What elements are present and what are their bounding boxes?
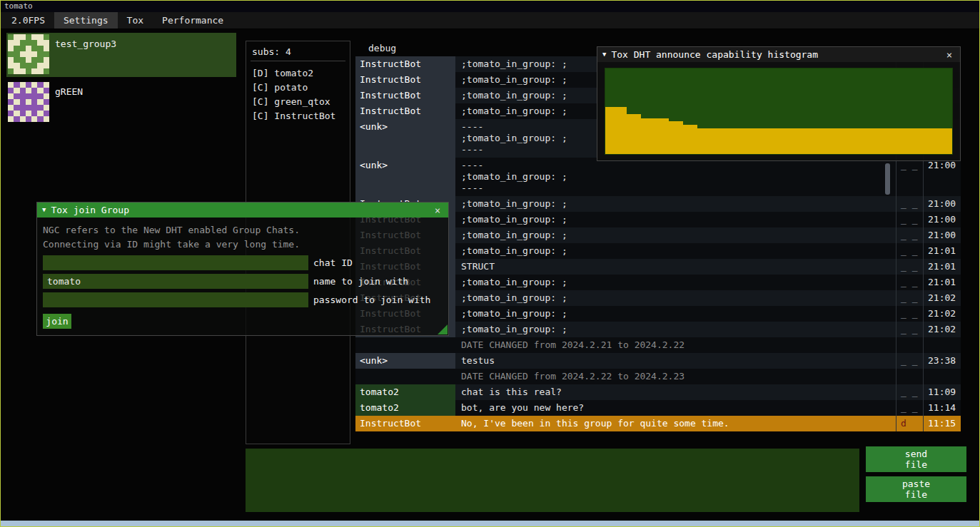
join-group-titlebar[interactable]: ▼ Tox join Group × [37,203,448,218]
menu-item-tox[interactable]: Tox [118,12,153,29]
group-avatar-green [8,82,49,122]
histogram-bar [655,118,662,154]
join-button[interactable]: join [43,314,71,329]
chat-header[interactable]: debug [368,43,396,53]
histogram-plot [605,68,953,155]
chat-message-row[interactable]: <unk>testus_ _23:38 [355,353,961,369]
histogram-bar [832,128,839,154]
histogram-bar [811,128,818,154]
chat-flags: _ _ [896,243,923,259]
send-file-button[interactable]: send file [866,446,966,472]
chat-message-text: ;tomato_in_group: ; [455,322,896,337]
message-input[interactable] [246,449,859,512]
join-input-password-to-join-with[interactable] [43,292,308,307]
chat-message-row[interactable]: InstructBotNo, I've been in this group f… [355,416,961,431]
histogram-bar [882,128,889,154]
histogram-bar [846,128,853,154]
chat-timestamp: 21:01 [923,275,961,290]
histogram-bar [620,107,627,154]
chat-sender: <unk> [355,353,455,369]
menu-item-performance[interactable]: Performance [153,12,233,29]
chat-timestamp: 21:01 [923,259,961,275]
chat-sender: tomato2 [355,400,455,416]
histogram-bar [669,121,676,154]
chat-flags: _ _ [896,227,923,243]
collapse-icon[interactable]: ▼ [602,47,606,62]
join-input-chat-id[interactable] [43,255,308,270]
chat-message-text: ---- ;tomato_in_group: ; ---- [455,158,896,196]
histogram-bar [874,128,882,154]
chat-timestamp: 11:09 [923,384,961,400]
chat-message-text: ;tomato_in_group: ; [455,227,896,243]
histogram-bar [676,121,683,154]
window-titlebar[interactable]: tomato [1,1,979,12]
join-info-line-1: NGC refers to the New DHT enabled Group … [43,223,443,237]
chat-message-row[interactable]: tomato2chat is this real?_ _11:09 [355,384,961,400]
histogram-bar [648,118,655,154]
histogram-bar [712,128,719,154]
chat-flags: _ _ [896,275,923,290]
chat-flags: _ _ [896,353,923,369]
chat-message-text: ;tomato_in_group: ; [455,243,896,259]
close-icon[interactable]: × [944,49,955,61]
join-input-name-to-join-with[interactable] [43,274,308,289]
chat-message-text: ;tomato_in_group: ; [455,290,896,306]
collapse-icon[interactable]: ▼ [42,203,46,218]
histogram-bar [853,128,860,154]
histogram-bar [938,128,945,154]
chat-sender: InstructBot [355,103,455,119]
histogram-bar [683,125,690,154]
member-item-c-instructbot[interactable]: [C] InstructBot [252,109,344,123]
histogram-bar [719,128,726,154]
histogram-bar [860,128,867,154]
histogram-bar [662,118,669,154]
chat-date-row: DATE CHANGED from 2024.2.21 to 2024.2.22 [355,337,961,353]
window-title: tomato [4,1,33,11]
subs-count: subs: 4 [252,46,344,57]
chat-message-text: testus [455,353,896,369]
histogram-bar [747,128,754,154]
chat-message-text: DATE CHANGED from 2024.2.21 to 2024.2.22 [455,337,896,353]
histogram-bar [924,128,931,154]
divider [251,61,345,61]
member-item-d-tomato2[interactable]: [D] tomato2 [252,66,344,81]
histogram-bar [867,128,874,154]
histogram-bar [931,128,938,154]
chat-message-text: ;tomato_in_group: ; [455,275,896,290]
histogram-bar [761,128,768,154]
close-icon[interactable]: × [432,205,443,216]
member-item-c-green-qtox[interactable]: [C] green_qtox [252,95,344,109]
chat-date-row: DATE CHANGED from 2024.2.22 to 2024.2.23 [355,369,961,384]
resize-grip-icon[interactable] [438,324,448,334]
paste-file-button[interactable]: paste file [866,476,966,502]
chat-sender: InstructBot [355,72,455,88]
menu-item-settings[interactable]: Settings [54,12,118,29]
chat-flags [896,369,923,384]
menu-bar: 2.0FPSSettingsToxPerformance [1,12,979,29]
member-item-c-potato[interactable]: [C] potato [252,81,344,95]
histogram-titlebar[interactable]: ▼ Tox DHT announce capability histogram … [597,47,960,62]
histogram-bar [910,128,917,154]
join-info-line-2: Connecting via ID might take a very long… [43,237,443,252]
chat-flags: _ _ [896,400,923,416]
chat-timestamp [923,369,961,384]
group-item-test-group3[interactable]: test_group3 [6,33,236,77]
chat-flags: _ _ [896,212,923,227]
join-field-row: password to join with [43,292,443,307]
chat-message-text: STRUCT [455,259,896,275]
member-list: [D] tomato2[C] potato[C] green_qtox[C] I… [252,66,344,123]
join-group-body: NGC refers to the New DHT enabled Group … [37,218,448,329]
join-field-label: chat ID [308,257,353,268]
group-item-green[interactable]: gREEN [6,81,236,125]
chat-message-row[interactable]: <unk>---- ;tomato_in_group: ; ----_ _21:… [355,158,961,196]
chat-timestamp: 23:38 [923,353,961,369]
chat-scrollbar[interactable] [885,163,890,195]
histogram-bar [825,128,832,154]
chat-timestamp: 21:00 [923,212,961,227]
chat-sender: <unk> [355,158,455,196]
chat-sender [355,369,455,384]
chat-message-row[interactable]: tomato2bot, are you new here?_ _11:14 [355,400,961,416]
join-fields: chat IDname to join withpassword to join… [43,255,443,307]
histogram-bar [627,114,634,154]
chat-flags: _ _ [896,158,923,196]
